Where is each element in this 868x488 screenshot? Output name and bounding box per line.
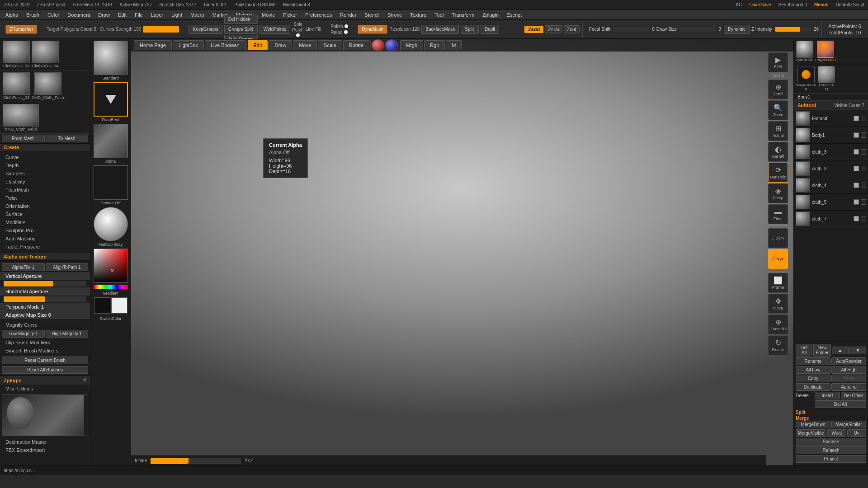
rotate-view-button[interactable]: ↻ Rotate (768, 335, 788, 355)
sculptris-item[interactable]: Sculptris Pro (0, 226, 90, 235)
move-tab[interactable]: Move (293, 40, 317, 50)
cloth3b-lock[interactable] (861, 166, 866, 171)
fbx-export-import-item[interactable]: FBX ExportImport (0, 446, 90, 454)
horizontal-aperture-item[interactable]: Horizontal Aperture (0, 287, 90, 296)
alpha-tile-button[interactable]: AlphaTile 1 (2, 263, 45, 271)
actual-button[interactable]: ⊞ Actual (768, 121, 788, 141)
move-view-button[interactable]: ✥ Move (768, 294, 788, 314)
modifiers-item[interactable]: Modifiers (0, 218, 90, 226)
all-low-button[interactable]: All Low (796, 366, 830, 374)
tablet-pressure-item[interactable]: Tablet Pressure (0, 243, 90, 251)
all-high-button[interactable]: All High (831, 366, 866, 374)
up-button[interactable]: ▲ (832, 347, 849, 354)
menu-zscript[interactable]: Zscript (503, 11, 525, 19)
zcut-button[interactable]: Zcut (564, 25, 580, 33)
edit-tab[interactable]: Edit (248, 40, 268, 50)
merge-down-button[interactable]: MergeDown (796, 421, 830, 428)
curve-item[interactable]: Curve (0, 153, 90, 161)
cloth-thumb-2[interactable]: ClothFolds_04 (32, 41, 59, 68)
twist-item[interactable]: Twist (0, 194, 90, 202)
menu-color[interactable]: Color (44, 11, 63, 19)
body1-lock[interactable] (861, 132, 866, 138)
body1-vis[interactable] (854, 132, 859, 138)
align-to-path-button[interactable]: AlignToPath 1 (46, 263, 89, 271)
uv-button[interactable]: Uv (847, 429, 866, 437)
keep-groups-button[interactable]: KeepGroups (189, 25, 222, 34)
down-button[interactable]: ▼ (849, 347, 866, 354)
reset-all-brushes-button[interactable]: Reset All Brushes (2, 366, 88, 374)
cloth4-vis[interactable] (854, 183, 859, 188)
extract18-preview[interactable]: Extract18 11 (818, 66, 835, 91)
draw-tab[interactable]: Draw (269, 40, 292, 50)
home-page-tab[interactable]: Home Page (134, 40, 172, 50)
hue-slider[interactable] (94, 285, 128, 289)
menu-macro[interactable]: Macro (187, 11, 208, 19)
clip-brush-modifiers-item[interactable]: Clip Brush Modifiers (0, 338, 90, 347)
list-all-button[interactable]: List All (796, 344, 812, 357)
misc-utilities-item[interactable]: Misc Utilities (0, 385, 90, 393)
menu-zplugin[interactable]: Zplugin (479, 11, 502, 19)
menu-movie[interactable]: Movie (258, 11, 278, 19)
zplugin-header[interactable]: Zplugin ↺ (0, 375, 90, 385)
menu-transform[interactable]: Transform (448, 11, 478, 19)
cloth4-lock[interactable] (861, 183, 866, 188)
see-through[interactable]: See-through 0 (778, 2, 807, 7)
zoom3d-button[interactable]: ⊕ Zoom3D (768, 314, 788, 334)
matcap-thumb[interactable] (94, 207, 128, 241)
horizontal-aperture-slider[interactable] (4, 296, 86, 302)
lightbox-tab[interactable]: LightBox (173, 40, 204, 50)
persp-button[interactable]: ◈ Persp (768, 183, 788, 203)
xmd-thumb-1[interactable]: ClothFolds_03 (3, 72, 30, 100)
subtool-cloth7[interactable]: cloth_7 (794, 211, 868, 227)
texture-off-thumb[interactable] (94, 165, 128, 200)
subtool-body1[interactable]: Body1 (794, 127, 868, 144)
dynaMesh-button[interactable]: DynaMesh (358, 25, 387, 34)
qrxyz-button[interactable]: QrXyz (768, 249, 788, 269)
elasticity-item[interactable]: Elasticity (0, 178, 90, 186)
extract6-vis[interactable] (854, 116, 859, 121)
menu-render[interactable]: Render (336, 11, 360, 19)
cloth-thumb-1[interactable]: ClothFolds_03 (3, 41, 30, 68)
bpr-button[interactable]: ▶ BPR (768, 52, 788, 72)
menus[interactable]: Menus (814, 2, 829, 7)
samples-item[interactable]: Samples (0, 169, 90, 178)
extract6-lock[interactable] (861, 116, 866, 121)
subtool-cloth3-b[interactable]: cloth_3 (794, 160, 868, 177)
merge-visible-button[interactable]: MergeVisible (796, 429, 826, 437)
standard-brush-thumb[interactable] (94, 41, 128, 75)
menu-stencil[interactable]: Stencil (361, 11, 383, 19)
duplicate-button[interactable]: Duplicate (796, 383, 830, 391)
subtool-cloth5[interactable]: cloth_5 (794, 194, 868, 211)
cloth7-vis[interactable] (854, 216, 859, 221)
focal-shift-slider[interactable] (613, 27, 649, 32)
auto-reorder-button[interactable]: AutoReorder (831, 357, 866, 365)
backface-mask-button[interactable]: BackfaceMask (421, 25, 459, 34)
cloth3a-lock[interactable] (861, 149, 866, 155)
subtool-extract6[interactable]: Extract6 (794, 110, 868, 127)
cylinder3d-preview[interactable]: Cylinder3D (796, 41, 814, 62)
zremesher-button[interactable]: ZRemesher (5, 25, 37, 34)
menu-brush[interactable]: Brush (23, 11, 43, 19)
merge-similar-button[interactable]: MergeSimilar (831, 421, 866, 428)
splice-button[interactable]: Splic (461, 25, 479, 34)
polymesh3d-preview[interactable]: PolyMesh3D (816, 41, 836, 62)
to-mesh-button[interactable]: To Mesh (46, 135, 89, 142)
fibermesh-item[interactable]: FiberMesh (0, 186, 90, 194)
color-picker[interactable] (94, 249, 128, 283)
white-swatch[interactable] (111, 297, 127, 314)
menu-preferences[interactable]: Preferences (302, 11, 335, 19)
aahalf-button[interactable]: ◐ AaHalf (768, 142, 788, 162)
default-zscript[interactable]: DefaultZScript (836, 2, 864, 7)
frame-button[interactable]: ⬜ Frame (768, 273, 788, 293)
low-magnify-button[interactable]: Low Magnify 1 (2, 330, 45, 338)
boolean-button[interactable]: Boolean (796, 438, 866, 446)
menu-light[interactable]: Light (168, 11, 186, 19)
groups-split-button[interactable]: Groups Split (224, 25, 258, 34)
subtool-cloth4[interactable]: cloth_4 (794, 177, 868, 194)
menu-document[interactable]: Document (64, 11, 94, 19)
surface-item[interactable]: Surface (0, 210, 90, 218)
m-tab[interactable]: M (446, 40, 462, 50)
remesh-button[interactable]: Remesh (796, 446, 866, 454)
dragrect-brush-thumb[interactable] (94, 82, 128, 117)
cloth5-lock[interactable] (861, 199, 866, 205)
